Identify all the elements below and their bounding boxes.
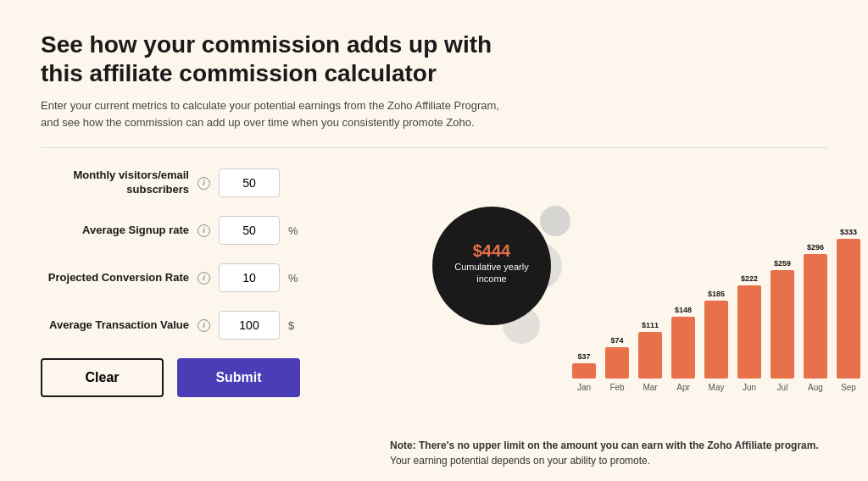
bar-sep: [837, 239, 860, 379]
bar-label-jan: $37: [577, 352, 590, 361]
bar-aug: [804, 254, 827, 379]
unit-conversion: %: [288, 272, 298, 285]
bar-month-sep: Sep: [841, 383, 856, 392]
chart-note: Note: There's no upper limit on the amou…: [390, 438, 865, 468]
bubble-deco-1: [540, 206, 570, 236]
input-transaction[interactable]: [219, 311, 280, 340]
chart-panel: $444 Cumulative yearly income $37 Jan $7…: [390, 169, 865, 468]
bubble-label-2: income: [476, 274, 506, 284]
form-panel: Monthly visitors/emailsubscribers i Aver…: [41, 169, 363, 397]
bar-label-aug: $296: [807, 243, 824, 252]
bar-label-mar: $111: [642, 321, 659, 329]
main-content: Monthly visitors/emailsubscribers i Aver…: [41, 169, 827, 468]
bar-label-jun: $222: [741, 274, 758, 283]
bar-apr: [671, 317, 695, 379]
bar-month-apr: Apr: [676, 383, 690, 392]
label-visitors: Monthly visitors/emailsubscribers: [41, 169, 189, 197]
bubble-amount: $444: [473, 241, 511, 260]
label-signup: Average Signup rate: [41, 224, 189, 238]
chart-note-regular: Your earning potential depends on your a…: [390, 455, 650, 467]
bar-month-jun: Jun: [743, 383, 756, 392]
bar-jan: [572, 363, 596, 379]
bar-month-jul: Jul: [777, 383, 788, 392]
bubble-label-1: Cumulative yearly: [454, 262, 529, 272]
bar-jul: [771, 270, 794, 379]
bar-label-may: $185: [708, 290, 725, 298]
input-conversion[interactable]: [219, 263, 280, 292]
bar-month-mar: Mar: [643, 383, 658, 392]
divider: [41, 147, 827, 148]
bar-may: [704, 301, 728, 379]
bar-month-aug: Aug: [808, 383, 823, 392]
unit-transaction: $: [288, 319, 294, 332]
chart-wrapper: $444 Cumulative yearly income $37 Jan $7…: [390, 169, 865, 426]
label-transaction: Average Transaction Value: [41, 318, 189, 333]
page-title: See how your commission adds up with thi…: [41, 30, 515, 87]
bar-label-sep: $333: [840, 228, 857, 236]
header-description: Enter your current metrics to calculate …: [41, 97, 515, 130]
submit-button[interactable]: Submit: [177, 358, 300, 397]
form-row-visitors: Monthly visitors/emailsubscribers i: [41, 169, 363, 197]
form-row-conversion: Projected Conversion Rate i %: [41, 263, 363, 292]
bar-month-jan: Jan: [577, 383, 591, 392]
unit-signup: %: [288, 224, 298, 237]
input-signup[interactable]: [219, 216, 280, 245]
input-visitors[interactable]: [219, 169, 280, 197]
info-icon-signup[interactable]: i: [198, 224, 210, 237]
clear-button[interactable]: Clear: [41, 358, 164, 397]
bar-label-feb: $74: [610, 336, 623, 345]
label-conversion: Projected Conversion Rate: [41, 271, 189, 285]
bar-month-feb: Feb: [609, 383, 625, 392]
bar-mar: [638, 332, 662, 379]
chart-note-bold: Note: There's no upper limit on the amou…: [390, 440, 819, 451]
form-row-transaction: Average Transaction Value i $: [41, 311, 363, 340]
button-row: Clear Submit: [41, 358, 363, 397]
info-icon-visitors[interactable]: i: [198, 177, 210, 190]
bar-month-may: May: [709, 383, 725, 392]
form-row-signup: Average Signup rate i %: [41, 216, 363, 245]
bar-feb: [605, 347, 629, 379]
info-icon-transaction[interactable]: i: [198, 319, 210, 332]
bar-label-apr: $148: [675, 306, 692, 314]
info-icon-conversion[interactable]: i: [198, 272, 210, 285]
bar-chart: $444 Cumulative yearly income $37 Jan $7…: [390, 169, 865, 423]
bar-jun: [737, 285, 761, 379]
bar-label-jul: $259: [774, 259, 791, 268]
